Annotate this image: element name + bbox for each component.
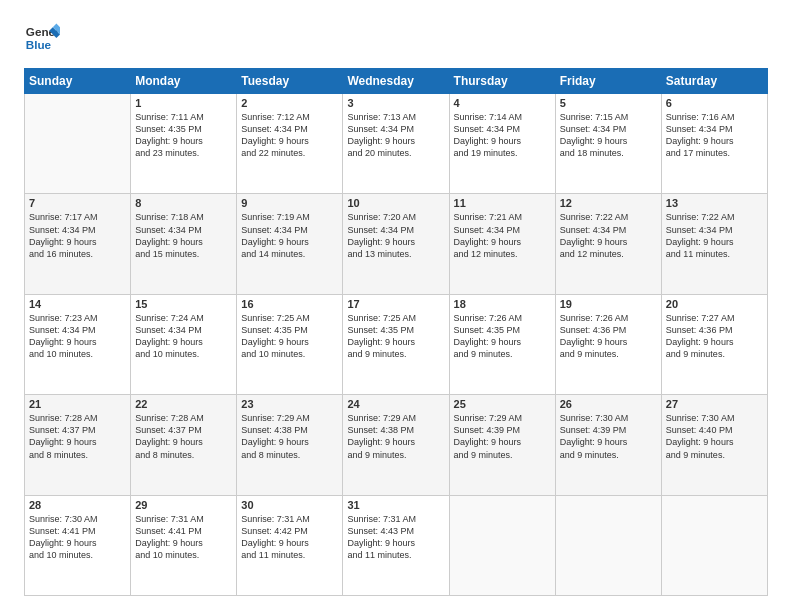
day-number: 26 — [560, 398, 657, 410]
day-number: 31 — [347, 499, 444, 511]
logo: General Blue — [24, 20, 66, 56]
day-number: 6 — [666, 97, 763, 109]
calendar-cell: 27Sunrise: 7:30 AM Sunset: 4:40 PM Dayli… — [661, 395, 767, 495]
day-info: Sunrise: 7:23 AM Sunset: 4:34 PM Dayligh… — [29, 312, 126, 361]
calendar-cell: 19Sunrise: 7:26 AM Sunset: 4:36 PM Dayli… — [555, 294, 661, 394]
day-info: Sunrise: 7:14 AM Sunset: 4:34 PM Dayligh… — [454, 111, 551, 160]
day-number: 7 — [29, 197, 126, 209]
day-number: 10 — [347, 197, 444, 209]
weekday-header-thursday: Thursday — [449, 69, 555, 94]
day-number: 11 — [454, 197, 551, 209]
day-info: Sunrise: 7:16 AM Sunset: 4:34 PM Dayligh… — [666, 111, 763, 160]
day-number: 22 — [135, 398, 232, 410]
calendar-cell: 20Sunrise: 7:27 AM Sunset: 4:36 PM Dayli… — [661, 294, 767, 394]
day-number: 30 — [241, 499, 338, 511]
day-number: 3 — [347, 97, 444, 109]
calendar-cell: 2Sunrise: 7:12 AM Sunset: 4:34 PM Daylig… — [237, 94, 343, 194]
weekday-header-friday: Friday — [555, 69, 661, 94]
calendar-cell — [661, 495, 767, 595]
weekday-header-monday: Monday — [131, 69, 237, 94]
calendar-cell: 26Sunrise: 7:30 AM Sunset: 4:39 PM Dayli… — [555, 395, 661, 495]
day-info: Sunrise: 7:25 AM Sunset: 4:35 PM Dayligh… — [347, 312, 444, 361]
day-number: 13 — [666, 197, 763, 209]
day-info: Sunrise: 7:22 AM Sunset: 4:34 PM Dayligh… — [666, 211, 763, 260]
calendar-week-row: 1Sunrise: 7:11 AM Sunset: 4:35 PM Daylig… — [25, 94, 768, 194]
calendar-cell: 6Sunrise: 7:16 AM Sunset: 4:34 PM Daylig… — [661, 94, 767, 194]
calendar-cell: 12Sunrise: 7:22 AM Sunset: 4:34 PM Dayli… — [555, 194, 661, 294]
weekday-header-tuesday: Tuesday — [237, 69, 343, 94]
calendar-week-row: 14Sunrise: 7:23 AM Sunset: 4:34 PM Dayli… — [25, 294, 768, 394]
calendar-cell: 5Sunrise: 7:15 AM Sunset: 4:34 PM Daylig… — [555, 94, 661, 194]
calendar-cell: 28Sunrise: 7:30 AM Sunset: 4:41 PM Dayli… — [25, 495, 131, 595]
day-info: Sunrise: 7:30 AM Sunset: 4:40 PM Dayligh… — [666, 412, 763, 461]
calendar-cell: 3Sunrise: 7:13 AM Sunset: 4:34 PM Daylig… — [343, 94, 449, 194]
day-info: Sunrise: 7:21 AM Sunset: 4:34 PM Dayligh… — [454, 211, 551, 260]
calendar-cell: 22Sunrise: 7:28 AM Sunset: 4:37 PM Dayli… — [131, 395, 237, 495]
day-number: 4 — [454, 97, 551, 109]
calendar-cell: 17Sunrise: 7:25 AM Sunset: 4:35 PM Dayli… — [343, 294, 449, 394]
day-info: Sunrise: 7:29 AM Sunset: 4:38 PM Dayligh… — [347, 412, 444, 461]
calendar-cell — [25, 94, 131, 194]
day-number: 27 — [666, 398, 763, 410]
calendar-cell: 13Sunrise: 7:22 AM Sunset: 4:34 PM Dayli… — [661, 194, 767, 294]
day-number: 29 — [135, 499, 232, 511]
calendar-cell: 21Sunrise: 7:28 AM Sunset: 4:37 PM Dayli… — [25, 395, 131, 495]
calendar-cell: 25Sunrise: 7:29 AM Sunset: 4:39 PM Dayli… — [449, 395, 555, 495]
day-number: 18 — [454, 298, 551, 310]
day-number: 2 — [241, 97, 338, 109]
calendar-cell: 14Sunrise: 7:23 AM Sunset: 4:34 PM Dayli… — [25, 294, 131, 394]
day-number: 15 — [135, 298, 232, 310]
day-number: 17 — [347, 298, 444, 310]
day-number: 14 — [29, 298, 126, 310]
day-info: Sunrise: 7:24 AM Sunset: 4:34 PM Dayligh… — [135, 312, 232, 361]
calendar-table: SundayMondayTuesdayWednesdayThursdayFrid… — [24, 68, 768, 596]
calendar-week-row: 21Sunrise: 7:28 AM Sunset: 4:37 PM Dayli… — [25, 395, 768, 495]
calendar-cell: 10Sunrise: 7:20 AM Sunset: 4:34 PM Dayli… — [343, 194, 449, 294]
day-number: 9 — [241, 197, 338, 209]
page: General Blue SundayMondayTuesdayWednesda… — [0, 0, 792, 612]
day-number: 24 — [347, 398, 444, 410]
calendar-cell — [555, 495, 661, 595]
calendar-cell: 1Sunrise: 7:11 AM Sunset: 4:35 PM Daylig… — [131, 94, 237, 194]
day-number: 21 — [29, 398, 126, 410]
day-number: 12 — [560, 197, 657, 209]
day-info: Sunrise: 7:30 AM Sunset: 4:41 PM Dayligh… — [29, 513, 126, 562]
weekday-header-saturday: Saturday — [661, 69, 767, 94]
day-info: Sunrise: 7:31 AM Sunset: 4:41 PM Dayligh… — [135, 513, 232, 562]
logo-icon: General Blue — [24, 20, 60, 56]
day-info: Sunrise: 7:26 AM Sunset: 4:35 PM Dayligh… — [454, 312, 551, 361]
day-info: Sunrise: 7:27 AM Sunset: 4:36 PM Dayligh… — [666, 312, 763, 361]
header: General Blue — [24, 20, 768, 56]
calendar-cell: 4Sunrise: 7:14 AM Sunset: 4:34 PM Daylig… — [449, 94, 555, 194]
calendar-cell: 29Sunrise: 7:31 AM Sunset: 4:41 PM Dayli… — [131, 495, 237, 595]
day-info: Sunrise: 7:31 AM Sunset: 4:43 PM Dayligh… — [347, 513, 444, 562]
calendar-cell: 15Sunrise: 7:24 AM Sunset: 4:34 PM Dayli… — [131, 294, 237, 394]
weekday-header-sunday: Sunday — [25, 69, 131, 94]
calendar-cell: 7Sunrise: 7:17 AM Sunset: 4:34 PM Daylig… — [25, 194, 131, 294]
day-info: Sunrise: 7:29 AM Sunset: 4:38 PM Dayligh… — [241, 412, 338, 461]
day-info: Sunrise: 7:11 AM Sunset: 4:35 PM Dayligh… — [135, 111, 232, 160]
day-info: Sunrise: 7:30 AM Sunset: 4:39 PM Dayligh… — [560, 412, 657, 461]
calendar-cell: 31Sunrise: 7:31 AM Sunset: 4:43 PM Dayli… — [343, 495, 449, 595]
day-info: Sunrise: 7:20 AM Sunset: 4:34 PM Dayligh… — [347, 211, 444, 260]
svg-text:Blue: Blue — [26, 38, 52, 51]
calendar-cell: 11Sunrise: 7:21 AM Sunset: 4:34 PM Dayli… — [449, 194, 555, 294]
calendar-cell: 23Sunrise: 7:29 AM Sunset: 4:38 PM Dayli… — [237, 395, 343, 495]
calendar-cell: 9Sunrise: 7:19 AM Sunset: 4:34 PM Daylig… — [237, 194, 343, 294]
day-number: 19 — [560, 298, 657, 310]
calendar-cell — [449, 495, 555, 595]
day-info: Sunrise: 7:13 AM Sunset: 4:34 PM Dayligh… — [347, 111, 444, 160]
day-info: Sunrise: 7:31 AM Sunset: 4:42 PM Dayligh… — [241, 513, 338, 562]
day-info: Sunrise: 7:25 AM Sunset: 4:35 PM Dayligh… — [241, 312, 338, 361]
day-number: 23 — [241, 398, 338, 410]
day-info: Sunrise: 7:15 AM Sunset: 4:34 PM Dayligh… — [560, 111, 657, 160]
day-info: Sunrise: 7:19 AM Sunset: 4:34 PM Dayligh… — [241, 211, 338, 260]
calendar-cell: 16Sunrise: 7:25 AM Sunset: 4:35 PM Dayli… — [237, 294, 343, 394]
calendar-cell: 8Sunrise: 7:18 AM Sunset: 4:34 PM Daylig… — [131, 194, 237, 294]
day-info: Sunrise: 7:26 AM Sunset: 4:36 PM Dayligh… — [560, 312, 657, 361]
day-number: 8 — [135, 197, 232, 209]
day-number: 20 — [666, 298, 763, 310]
day-info: Sunrise: 7:28 AM Sunset: 4:37 PM Dayligh… — [29, 412, 126, 461]
day-info: Sunrise: 7:22 AM Sunset: 4:34 PM Dayligh… — [560, 211, 657, 260]
day-number: 1 — [135, 97, 232, 109]
